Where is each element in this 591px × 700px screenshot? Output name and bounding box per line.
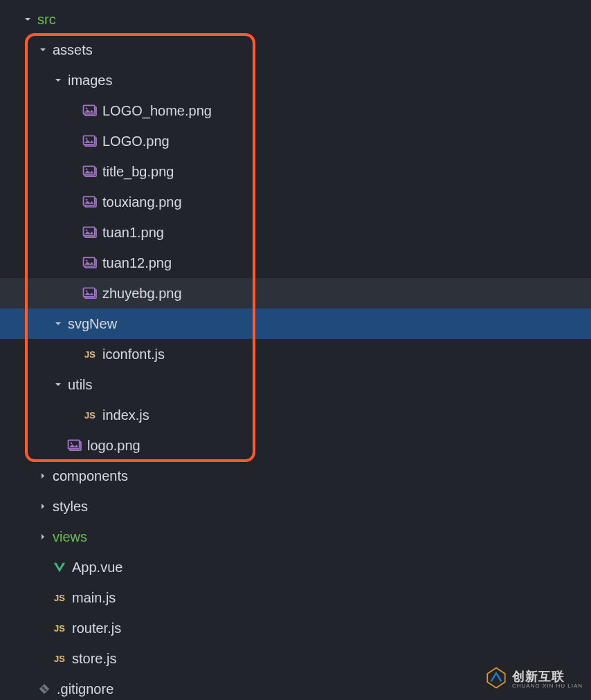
tree-item-label: touxiang.png: [100, 194, 182, 210]
chevron-right-icon[interactable]: [36, 533, 50, 541]
tree-item-label: zhuyebg.png: [100, 286, 182, 302]
svg-point-8: [86, 169, 88, 171]
image-file-icon: [80, 135, 100, 147]
svg-point-17: [86, 260, 88, 262]
tree-row[interactable]: components: [0, 461, 591, 491]
tree-item-label: main.js: [69, 590, 116, 606]
svg-point-20: [86, 291, 88, 293]
svg-point-11: [86, 199, 88, 201]
tree-row[interactable]: utils: [0, 369, 591, 400]
svg-text:JS: JS: [84, 410, 96, 421]
tree-item-label: svgNew: [65, 316, 117, 332]
watermark-logo-icon: [484, 666, 508, 693]
svg-rect-16: [84, 257, 95, 266]
git-file-icon: [35, 683, 54, 695]
svg-rect-7: [84, 166, 95, 175]
tree-row[interactable]: svgNew: [0, 308, 591, 339]
tree-row[interactable]: JSmain.js: [0, 582, 591, 613]
tree-row[interactable]: logo.png: [0, 430, 591, 461]
svg-point-14: [86, 230, 88, 232]
svg-text:JS: JS: [54, 654, 65, 664]
watermark-subtitle: CHUANG XIN HU LIAN: [512, 683, 583, 689]
image-file-icon: [80, 287, 100, 300]
tree-row[interactable]: LOGO.png: [0, 126, 591, 156]
watermark: 创新互联 CHUANG XIN HU LIAN: [484, 666, 583, 693]
tree-item-label: LOGO_home.png: [100, 103, 212, 119]
js-file-icon: JS: [80, 409, 100, 421]
image-file-icon: [80, 104, 100, 117]
tree-item-label: logo.png: [84, 438, 140, 454]
tree-item-label: index.js: [100, 407, 149, 423]
chevron-right-icon[interactable]: [36, 472, 50, 480]
svg-rect-13: [84, 227, 95, 236]
tree-item-label: styles: [50, 499, 88, 515]
svg-rect-4: [84, 136, 95, 145]
tree-item-label: App.vue: [69, 560, 122, 575]
tree-row[interactable]: JSrouter.js: [0, 613, 591, 643]
tree-row[interactable]: touxiang.png: [0, 187, 591, 217]
file-tree: srcassetsimages LOGO_home.png LOGO.png t…: [0, 0, 591, 700]
js-file-icon: JS: [80, 348, 100, 360]
chevron-right-icon[interactable]: [36, 502, 50, 510]
chevron-down-icon[interactable]: [21, 15, 35, 24]
tree-row[interactable]: LOGO_home.png: [0, 95, 591, 126]
tree-row[interactable]: JSindex.js: [0, 400, 591, 430]
tree-row[interactable]: src: [0, 4, 591, 35]
tree-item-label: tuan12.png: [100, 255, 172, 271]
tree-item-label: assets: [50, 42, 93, 58]
tree-row[interactable]: zhuyebg.png: [0, 278, 591, 308]
tree-row[interactable]: JSiconfont.js: [0, 339, 591, 369]
tree-row[interactable]: App.vue: [0, 552, 591, 582]
chevron-down-icon[interactable]: [51, 320, 65, 328]
image-file-icon: [80, 165, 100, 178]
tree-item-label: LOGO.png: [100, 133, 170, 149]
tree-item-label: store.js: [69, 651, 116, 667]
chevron-down-icon[interactable]: [51, 76, 65, 84]
js-file-icon: JS: [50, 622, 69, 634]
tree-item-label: src: [35, 12, 56, 28]
svg-point-25: [71, 443, 73, 445]
tree-row[interactable]: views: [0, 522, 591, 552]
chevron-down-icon[interactable]: [36, 46, 50, 54]
tree-row[interactable]: tuan12.png: [0, 248, 591, 278]
svg-text:JS: JS: [84, 349, 96, 360]
tree-item-label: images: [65, 73, 112, 89]
svg-text:JS: JS: [54, 593, 65, 603]
svg-rect-1: [84, 105, 95, 114]
tree-item-label: title_bg.png: [100, 164, 174, 180]
tree-row[interactable]: title_bg.png: [0, 156, 591, 187]
svg-rect-10: [84, 196, 95, 205]
tree-item-label: components: [50, 468, 128, 484]
tree-row[interactable]: styles: [0, 491, 591, 522]
tree-item-label: views: [50, 529, 87, 545]
tree-item-label: .gitignore: [54, 681, 113, 697]
svg-point-5: [86, 138, 88, 140]
tree-row[interactable]: assets: [0, 35, 591, 65]
js-file-icon: JS: [50, 652, 69, 665]
tree-item-label: router.js: [69, 620, 121, 636]
image-file-icon: [80, 257, 100, 269]
image-file-icon: [80, 196, 100, 208]
svg-point-2: [86, 108, 88, 110]
watermark-title: 创新互联: [512, 670, 583, 683]
tree-item-label: tuan1.png: [100, 225, 164, 241]
image-file-icon: [65, 439, 84, 452]
image-file-icon: [80, 226, 100, 239]
tree-row[interactable]: tuan1.png: [0, 217, 591, 248]
js-file-icon: JS: [50, 591, 69, 604]
tree-item-label: iconfont.js: [100, 347, 165, 362]
svg-rect-19: [84, 288, 95, 297]
tree-row[interactable]: images: [0, 65, 591, 95]
chevron-down-icon[interactable]: [51, 380, 65, 389]
vue-file-icon: [50, 561, 69, 573]
svg-text:JS: JS: [54, 623, 65, 634]
tree-item-label: utils: [65, 377, 93, 393]
svg-rect-24: [69, 440, 80, 449]
